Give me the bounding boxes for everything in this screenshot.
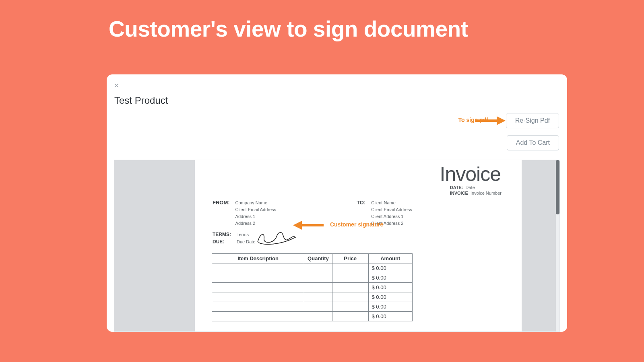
amount-cell: $ 0.00	[368, 292, 413, 302]
due-label: DUE:	[213, 239, 233, 245]
to-line: Client Email Address	[371, 206, 412, 213]
arrow-right-icon	[474, 115, 506, 126]
from-line: Address 1	[235, 213, 277, 220]
from-line: Company Name	[235, 200, 277, 206]
table-row: $ 0.00	[212, 302, 413, 312]
from-line: Client Email Address	[235, 206, 277, 213]
col-amount: Amount	[368, 254, 413, 263]
from-party: FROM: Company Name Client Email Address …	[213, 200, 276, 227]
amount-cell: $ 0.00	[368, 273, 413, 283]
to-line: Client Name	[371, 200, 412, 206]
terms-block: TERMS: Terms DUE: Due Date	[213, 232, 255, 245]
col-quantity: Quantity	[304, 254, 332, 263]
action-button-group: Re-Sign Pdf Add To Cart	[506, 113, 559, 150]
arrow-left-icon	[293, 220, 324, 232]
table-row: $ 0.00	[212, 273, 413, 283]
table-row: $ 0.00	[212, 312, 413, 321]
signing-modal: × Test Product To sign pdf Re-Sign Pdf A…	[107, 74, 567, 332]
invoice-date-value: Date	[466, 185, 475, 190]
annotation-customer-signature: Customer signature	[330, 221, 383, 228]
table-row: $ 0.00	[212, 292, 413, 302]
table-row: $ 0.00	[212, 263, 413, 273]
product-title: Test Product	[114, 95, 168, 106]
invoice-date-label: DATE:	[450, 185, 463, 190]
invoice-heading: Invoice	[440, 162, 501, 186]
table-header-row: Item Description Quantity Price Amount	[212, 254, 413, 263]
terms-value: Terms	[237, 232, 249, 237]
amount-cell: $ 0.00	[368, 283, 413, 292]
svg-marker-3	[293, 221, 302, 230]
col-item-description: Item Description	[212, 254, 304, 263]
add-to-cart-button[interactable]: Add To Cart	[507, 135, 559, 150]
from-lines: Company Name Client Email Address Addres…	[235, 200, 277, 227]
svg-marker-1	[497, 116, 506, 125]
from-line: Address 2	[235, 220, 277, 227]
amount-cell: $ 0.00	[368, 302, 413, 312]
col-price: Price	[332, 254, 368, 263]
table-row: $ 0.00	[212, 283, 413, 292]
from-label: FROM:	[213, 200, 230, 227]
invoice-number-value: Invoice Number	[471, 191, 502, 195]
resign-pdf-button[interactable]: Re-Sign Pdf	[506, 113, 559, 128]
amount-cell: $ 0.00	[368, 312, 413, 321]
document-viewer: Invoice DATE: Date INVOICE Invoice Numbe…	[114, 160, 560, 332]
to-line: Client Address 1	[371, 213, 412, 220]
close-button[interactable]: ×	[114, 81, 119, 90]
invoice-page: Invoice DATE: Date INVOICE Invoice Numbe…	[195, 160, 522, 331]
slide-title: Customer's view to sign document	[109, 16, 468, 42]
due-value: Due Date	[237, 239, 255, 245]
scrollbar-track[interactable]	[556, 160, 559, 331]
amount-cell: $ 0.00	[368, 263, 413, 273]
invoice-meta: DATE: Date INVOICE Invoice Number	[450, 185, 502, 196]
terms-label: TERMS:	[213, 232, 233, 237]
invoice-number-label: INVOICE	[450, 191, 468, 195]
invoice-line-items-table: Item Description Quantity Price Amount $…	[212, 253, 413, 321]
scrollbar-thumb[interactable]	[556, 160, 559, 214]
